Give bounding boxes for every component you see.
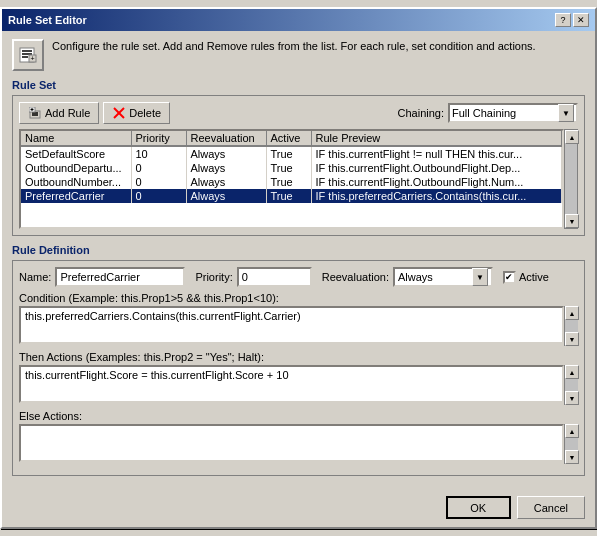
then-scroll-down[interactable]: ▼ [565,391,579,405]
active-field: ✔ Active [503,271,549,284]
priority-label: Priority: [195,271,232,283]
rule-set-toolbar: Add Rule Delete Chaining: Full Chaining [19,102,578,124]
col-reevaluation[interactable]: Reevaluation [186,131,266,146]
cell-priority: 10 [131,146,186,161]
cell-priority: 0 [131,161,186,175]
chaining-label: Chaining: [398,107,444,119]
cell-active: True [266,189,311,203]
rule-set-editor-window: Rule Set Editor ? ✕ + Configure the rule… [0,7,597,529]
priority-input[interactable] [237,267,312,287]
rule-def-section: Rule Definition Name: Priority: Reevalua… [12,244,585,476]
delete-button[interactable]: Delete [103,102,170,124]
cell-active: True [266,175,311,189]
cell-reevaluation: Always [186,175,266,189]
cell-reevaluation: Always [186,189,266,203]
cell-name: OutboundNumber... [21,175,131,189]
else-scroll-up[interactable]: ▲ [565,424,579,438]
name-input[interactable] [55,267,185,287]
else-scroll-track [565,438,578,450]
cell-reevaluation: Always [186,146,266,161]
cell-reevaluation: Always [186,161,266,175]
table-scrollbar[interactable]: ▲ ▼ [564,129,578,229]
cell-name: PreferredCarrier [21,189,131,203]
info-text: Configure the rule set. Add and Remove r… [52,39,536,54]
close-button[interactable]: ✕ [573,13,589,27]
content-area: + Configure the rule set. Add and Remove… [2,31,595,490]
condition-textarea[interactable] [19,306,564,344]
cond-scroll-down[interactable]: ▼ [565,332,579,346]
table-row[interactable]: PreferredCarrier0AlwaysTrueIF this.prefe… [21,189,562,203]
else-scrollbar[interactable]: ▲ ▼ [564,424,578,464]
title-bar-controls: ? ✕ [555,13,589,27]
condition-textarea-wrap: ▲ ▼ [19,306,578,346]
cancel-button[interactable]: Cancel [517,496,585,519]
reevaluation-field: Reevaluation: Always ▼ [322,267,493,287]
table-row[interactable]: SetDefaultScore10AlwaysTrueIF this.curre… [21,146,562,161]
cell-preview: IF this.preferredCarriers.Contains(this.… [311,189,562,203]
cell-preview: IF this.currentFlight != null THEN this.… [311,146,562,161]
then-scroll-track [565,379,578,391]
active-checkbox[interactable]: ✔ [503,271,516,284]
cell-active: True [266,161,311,175]
then-scrollbar[interactable]: ▲ ▼ [564,365,578,405]
scroll-up-btn[interactable]: ▲ [565,130,579,144]
else-scroll-down[interactable]: ▼ [565,450,579,464]
scroll-down-btn[interactable]: ▼ [565,214,579,228]
table-row[interactable]: OutboundNumber...0AlwaysTrueIF this.curr… [21,175,562,189]
ruleset-icon: + [18,45,38,65]
cell-preview: IF this.currentFlight.OutboundFlight.Num… [311,175,562,189]
toolbar-left: Add Rule Delete [19,102,170,124]
condition-label: Condition (Example: this.Prop1>5 && this… [19,292,578,304]
col-name[interactable]: Name [21,131,131,146]
rule-def-label: Rule Definition [12,244,585,256]
reevaluation-dropdown[interactable]: Always ▼ [393,267,493,287]
help-button[interactable]: ? [555,13,571,27]
table-header-row: Name Priority Reevaluation Active Rule P… [21,131,562,146]
priority-field: Priority: [195,267,311,287]
info-row: + Configure the rule set. Add and Remove… [12,39,585,71]
rule-set-label: Rule Set [12,79,585,91]
cond-scroll-track [565,320,578,332]
else-textarea[interactable] [19,424,564,462]
active-label: Active [519,271,549,283]
cond-scroll-up[interactable]: ▲ [565,306,579,320]
reevaluation-label: Reevaluation: [322,271,389,283]
add-rule-button[interactable]: Add Rule [19,102,99,124]
col-active[interactable]: Active [266,131,311,146]
chaining-value: Full Chaining [452,107,558,119]
delete-label: Delete [129,107,161,119]
scroll-track [565,144,577,214]
name-field: Name: [19,267,185,287]
col-preview[interactable]: Rule Preview [311,131,562,146]
bottom-bar: OK Cancel [2,490,595,527]
rule-def-box: Name: Priority: Reevaluation: Always ▼ [12,260,585,476]
then-textarea-wrap: ▲ ▼ [19,365,578,405]
else-label: Else Actions: [19,410,578,422]
toolbar-right: Chaining: Full Chaining ▼ [398,103,578,123]
cell-priority: 0 [131,175,186,189]
else-textarea-wrap: ▲ ▼ [19,424,578,464]
cell-name: OutboundDepartu... [21,161,131,175]
add-rule-label: Add Rule [45,107,90,119]
rules-table-scroll: Name Priority Reevaluation Active Rule P… [19,129,564,229]
rule-set-box: Add Rule Delete Chaining: Full Chaining [12,95,585,236]
rules-table-wrapper: Name Priority Reevaluation Active Rule P… [19,129,578,229]
then-textarea[interactable] [19,365,564,403]
title-bar: Rule Set Editor ? ✕ [2,9,595,31]
condition-scrollbar[interactable]: ▲ ▼ [564,306,578,346]
table-row[interactable]: OutboundDepartu...0AlwaysTrueIF this.cur… [21,161,562,175]
chaining-arrow[interactable]: ▼ [558,104,574,122]
rule-def-form-row: Name: Priority: Reevaluation: Always ▼ [19,267,578,287]
ok-button[interactable]: OK [446,496,511,519]
then-scroll-up[interactable]: ▲ [565,365,579,379]
delete-icon [112,106,126,120]
cell-name: SetDefaultScore [21,146,131,161]
reeval-arrow[interactable]: ▼ [472,268,488,286]
col-priority[interactable]: Priority [131,131,186,146]
rules-table: Name Priority Reevaluation Active Rule P… [21,131,562,203]
reevaluation-value: Always [398,271,472,283]
chaining-dropdown[interactable]: Full Chaining ▼ [448,103,578,123]
rule-set-section: Rule Set Add Rule [12,79,585,236]
cell-active: True [266,146,311,161]
window-title: Rule Set Editor [8,14,87,26]
